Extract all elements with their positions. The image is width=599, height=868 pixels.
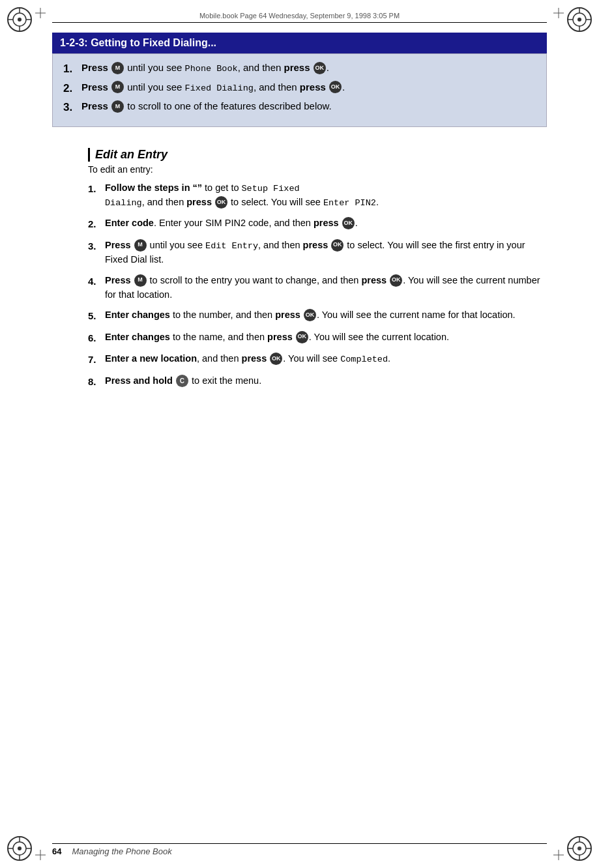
edit-steps: 1. Follow the steps in “” to get to Setu… xyxy=(88,181,547,390)
intro-step-1-num: 1. xyxy=(63,61,81,78)
menu-button-icon-e3: M xyxy=(134,239,147,252)
corner-decoration-bl xyxy=(5,834,34,863)
edit-entry-subtitle-text: To edit an entry: xyxy=(88,164,153,175)
edit-step-4-text: Press M to scroll to the entry you want … xyxy=(105,274,547,302)
crosshair-tl xyxy=(34,7,47,20)
intro-step-3-num: 3. xyxy=(63,99,81,116)
corner-decoration-tr xyxy=(565,5,594,34)
footer-text: Managing the Phone Book xyxy=(72,846,171,856)
section-title: 1-2-3: Getting to Fixed Dialing... xyxy=(60,37,216,48)
ok-button-icon-e1: OK xyxy=(215,196,227,209)
footer: 64 Managing the Phone Book xyxy=(52,843,547,856)
edit-entry-subtitle: To edit an entry: xyxy=(88,164,547,175)
edit-step-6: 6. Enter changes to the name, and then p… xyxy=(88,330,547,346)
edit-step-4-num: 4. xyxy=(88,274,105,289)
edit-step-7-num: 7. xyxy=(88,352,105,368)
intro-step-2: 2. Press M until you see Fixed Dialing, … xyxy=(63,80,536,97)
edit-step-2-text: Enter code. Enter your SIM PIN2 code, an… xyxy=(105,216,547,231)
page: Mobile.book Page 64 Wednesday, September… xyxy=(0,0,599,868)
ok-button-icon-e2: OK xyxy=(342,217,355,229)
main-content: 1-2-3: Getting to Fixed Dialing... 1. Pr… xyxy=(52,33,547,829)
edit-step-4: 4. Press M to scroll to the entry you wa… xyxy=(88,274,547,302)
edit-step-8-text: Press and hold C to exit the menu. xyxy=(105,374,547,388)
intro-steps-list: 1. Press M until you see Phone Book, and… xyxy=(63,61,536,116)
edit-step-5: 5. Enter changes to the number, and then… xyxy=(88,308,547,324)
edit-step-3-text: Press M until you see Edit Entry, and th… xyxy=(105,239,547,267)
edit-entry-title: Edit an Entry xyxy=(88,148,547,162)
edit-entry-title-text: Edit an Entry xyxy=(95,148,168,161)
edit-step-2: 2. Enter code. Enter your SIM PIN2 code,… xyxy=(88,216,547,232)
ok-button-icon-2: OK xyxy=(329,81,342,93)
menu-button-icon-2: M xyxy=(111,81,124,93)
intro-step-1: 1. Press M until you see Phone Book, and… xyxy=(63,61,536,78)
ok-button-icon-e6: OK xyxy=(296,331,308,343)
intro-step-2-num: 2. xyxy=(63,80,81,97)
section-header: 1-2-3: Getting to Fixed Dialing... xyxy=(52,33,547,53)
ok-button-icon-e7: OK xyxy=(270,353,282,365)
svg-point-16 xyxy=(18,846,22,850)
edit-step-3-num: 3. xyxy=(88,239,105,254)
edit-entry-section: Edit an Entry To edit an entry: 1. Follo… xyxy=(52,148,547,390)
intro-step-3: 3. Press M to scroll to one of the featu… xyxy=(63,99,536,116)
c-button-icon-e8: C xyxy=(176,375,188,387)
edit-step-5-text: Enter changes to the number, and then pr… xyxy=(105,308,547,323)
corner-decoration-tl xyxy=(5,5,34,34)
svg-point-2 xyxy=(18,18,22,22)
edit-step-3: 3. Press M until you see Edit Entry, and… xyxy=(88,239,547,267)
edit-step-1-text: Follow the steps in “” to get to Setup F… xyxy=(105,181,547,210)
ok-button-icon-1: OK xyxy=(314,62,326,74)
svg-point-23 xyxy=(577,846,581,850)
footer-page-num: 64 xyxy=(52,846,61,856)
ok-button-icon-e3: OK xyxy=(331,239,343,252)
menu-button-icon-3: M xyxy=(111,100,124,113)
edit-step-7: 7. Enter a new location, and then press … xyxy=(88,352,547,368)
edit-step-6-num: 6. xyxy=(88,330,105,346)
edit-step-6-text: Enter changes to the name, and then pres… xyxy=(105,330,547,345)
edit-step-8-num: 8. xyxy=(88,374,105,390)
crosshair-bl xyxy=(34,848,47,861)
header-text: Mobile.book Page 64 Wednesday, September… xyxy=(199,12,400,20)
edit-step-1: 1. Follow the steps in “” to get to Setu… xyxy=(88,181,547,210)
edit-step-1-num: 1. xyxy=(88,181,105,197)
intro-step-3-text: Press M to scroll to one of the features… xyxy=(81,99,536,113)
intro-step-2-text: Press M until you see Fixed Dialing, and… xyxy=(81,80,536,95)
edit-step-8: 8. Press and hold C to exit the menu. xyxy=(88,374,547,390)
edit-step-2-num: 2. xyxy=(88,216,105,232)
header-bar: Mobile.book Page 64 Wednesday, September… xyxy=(52,12,547,23)
intro-step-1-text: Press M until you see Phone Book, and th… xyxy=(81,61,536,76)
intro-steps-box: 1. Press M until you see Phone Book, and… xyxy=(52,53,547,127)
corner-decoration-br xyxy=(565,834,594,863)
menu-button-icon-e4: M xyxy=(134,274,147,287)
menu-button-icon-1: M xyxy=(111,62,124,74)
edit-steps-list: 1. Follow the steps in “” to get to Setu… xyxy=(88,181,547,390)
edit-step-7-text: Enter a new location, and then press OK.… xyxy=(105,352,547,366)
svg-point-9 xyxy=(577,18,581,22)
crosshair-br xyxy=(552,848,565,861)
ok-button-icon-e4: OK xyxy=(390,274,402,287)
edit-step-5-num: 5. xyxy=(88,308,105,324)
ok-button-icon-e5: OK xyxy=(304,309,316,321)
crosshair-tr xyxy=(552,7,565,20)
